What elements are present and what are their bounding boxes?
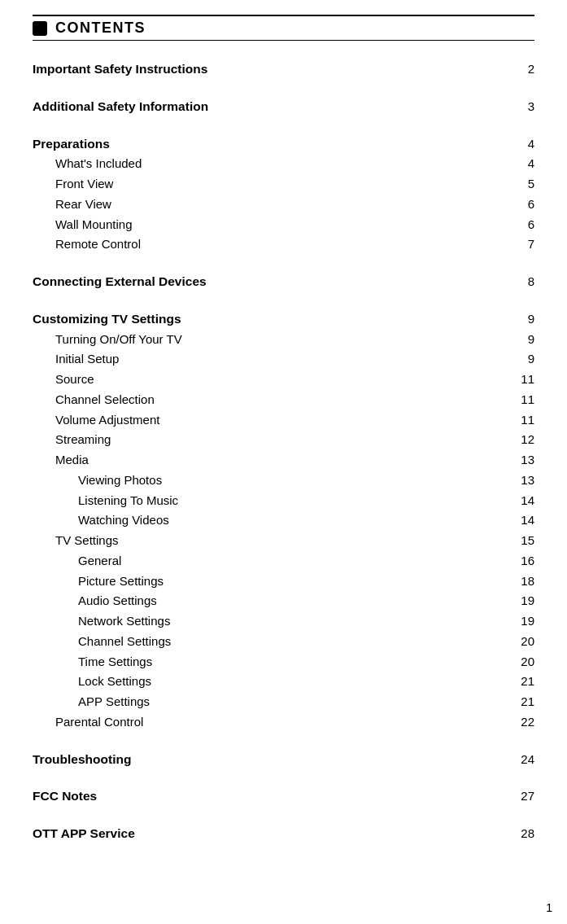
toc-entry-label: Network Settings: [78, 611, 510, 632]
toc-entry-page: 19: [510, 611, 534, 632]
toc-entry-page: 6: [510, 215, 534, 235]
toc-entry-page: 13: [510, 471, 534, 491]
toc-entry: Rear View6: [33, 195, 534, 215]
toc-entry: FCC Notes27: [33, 786, 534, 807]
toc-entry-page: 11: [510, 390, 534, 410]
toc-entry-page: 22: [510, 712, 534, 733]
toc-entry-label: Customizing TV Settings: [33, 309, 510, 330]
toc-content: Important Safety Instructions2Additional…: [33, 59, 534, 844]
toc-entry-page: 13: [510, 450, 534, 471]
toc-entry: OTT APP Service28: [33, 823, 534, 844]
toc-entry: Source11: [33, 370, 534, 390]
toc-entry-page: 11: [510, 410, 534, 431]
toc-entry-label: OTT APP Service: [33, 823, 510, 844]
toc-entry-label: Listening To Music: [78, 491, 510, 511]
toc-entry-page: 20: [510, 632, 534, 652]
toc-entry-page: 9: [510, 330, 534, 350]
spacer: [33, 769, 534, 786]
toc-entry: Channel Selection11: [33, 390, 534, 410]
toc-entry: Troubleshooting24: [33, 749, 534, 770]
toc-entry-label: Viewing Photos: [78, 471, 510, 491]
toc-entry-label: Volume Adjustment: [55, 410, 510, 431]
toc-entry-label: Turning On/Off Your TV: [55, 330, 510, 350]
toc-entry-page: 18: [510, 571, 534, 592]
toc-entry: Watching Videos14: [33, 510, 534, 531]
toc-entry-page: 21: [510, 672, 534, 692]
toc-entry: Wall Mounting6: [33, 215, 534, 235]
header-title: CONTENTS: [55, 20, 146, 37]
toc-entry-label: Audio Settings: [78, 591, 510, 611]
toc-entry: General16: [33, 551, 534, 571]
toc-entry: Turning On/Off Your TV9: [33, 330, 534, 350]
toc-entry: Picture Settings18: [33, 571, 534, 592]
toc-entry-label: Remote Control: [55, 234, 510, 255]
spacer: [33, 807, 534, 823]
toc-entry-label: Initial Setup: [55, 349, 510, 370]
toc-entry-label: General: [78, 551, 510, 571]
toc-entry: Streaming12: [33, 430, 534, 450]
toc-entry: Additional Safety Information3: [33, 96, 534, 117]
toc-entry: Audio Settings19: [33, 591, 534, 611]
toc-entry-page: 8: [510, 272, 534, 292]
toc-entry-page: 14: [510, 510, 534, 531]
toc-entry-label: Channel Selection: [55, 390, 510, 410]
toc-entry: Volume Adjustment11: [33, 410, 534, 431]
toc-entry-page: 3: [510, 97, 534, 117]
toc-entry-page: 28: [510, 824, 534, 844]
toc-entry-label: Additional Safety Information: [33, 96, 510, 117]
toc-entry: Front View5: [33, 174, 534, 195]
toc-entry: Preparations4: [33, 134, 534, 155]
toc-entry-label: Connecting External Devices: [33, 271, 510, 292]
toc-entry-label: Front View: [55, 174, 510, 195]
toc-entry-label: Rear View: [55, 195, 510, 215]
toc-entry-page: 19: [510, 591, 534, 611]
toc-entry-page: 6: [510, 195, 534, 215]
spacer: [33, 80, 534, 96]
toc-entry-page: 24: [510, 750, 534, 770]
spacer: [33, 733, 534, 749]
toc-entry: Remote Control7: [33, 234, 534, 255]
toc-entry-label: APP Settings: [78, 692, 510, 712]
toc-entry-label: Important Safety Instructions: [33, 59, 510, 80]
toc-entry-label: Lock Settings: [78, 672, 510, 692]
header: CONTENTS: [33, 15, 534, 41]
toc-entry-label: Source: [55, 370, 510, 390]
spacer: [33, 255, 534, 271]
toc-entry: Parental Control22: [33, 712, 534, 733]
toc-entry-page: 14: [510, 491, 534, 511]
toc-entry-label: Channel Settings: [78, 632, 510, 652]
toc-entry: Important Safety Instructions2: [33, 59, 534, 80]
toc-entry-label: Streaming: [55, 430, 510, 450]
toc-entry-page: 20: [510, 652, 534, 672]
toc-entry: Connecting External Devices8: [33, 271, 534, 292]
toc-entry: APP Settings21: [33, 692, 534, 712]
toc-entry-label: FCC Notes: [33, 786, 510, 807]
toc-entry-page: 4: [510, 154, 534, 174]
toc-entry-label: Media: [55, 450, 510, 471]
toc-entry-page: 2: [510, 59, 534, 80]
page-number: 1: [546, 901, 552, 914]
toc-entry: Customizing TV Settings9: [33, 309, 534, 330]
toc-entry-label: What's Included: [55, 154, 510, 174]
toc-entry-page: 5: [510, 174, 534, 195]
toc-entry-page: 12: [510, 430, 534, 450]
toc-entry-label: TV Settings: [55, 531, 510, 551]
toc-entry-page: 11: [510, 370, 534, 390]
toc-entry: Viewing Photos13: [33, 471, 534, 491]
spacer: [33, 117, 534, 134]
toc-entry-label: Watching Videos: [78, 510, 510, 531]
toc-entry: TV Settings15: [33, 531, 534, 551]
toc-entry: Network Settings19: [33, 611, 534, 632]
toc-entry-page: 7: [510, 234, 534, 255]
toc-entry: Channel Settings20: [33, 632, 534, 652]
toc-entry-page: 21: [510, 692, 534, 712]
toc-entry-page: 9: [510, 309, 534, 330]
book-icon: [33, 21, 47, 36]
toc-entry-label: Troubleshooting: [33, 749, 510, 770]
toc-entry: Time Settings20: [33, 652, 534, 672]
toc-entry-page: 4: [510, 134, 534, 155]
toc-entry-label: Parental Control: [55, 712, 510, 733]
toc-entry-label: Wall Mounting: [55, 215, 510, 235]
toc-entry-page: 27: [510, 786, 534, 807]
toc-entry-label: Preparations: [33, 134, 510, 155]
